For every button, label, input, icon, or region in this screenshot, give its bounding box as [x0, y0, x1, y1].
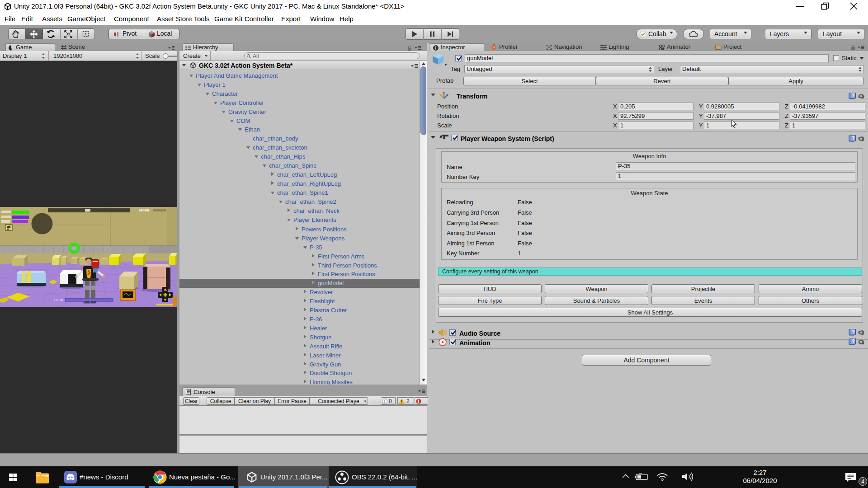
- svg-text:LVL 58: LVL 58: [54, 299, 63, 302]
- svg-text:?: ?: [852, 136, 855, 141]
- svg-text:?: ?: [852, 329, 855, 334]
- svg-text:?: ?: [852, 339, 855, 344]
- svg-text:MODE: MODE: [139, 208, 150, 212]
- svg-text:?: ?: [852, 93, 855, 98]
